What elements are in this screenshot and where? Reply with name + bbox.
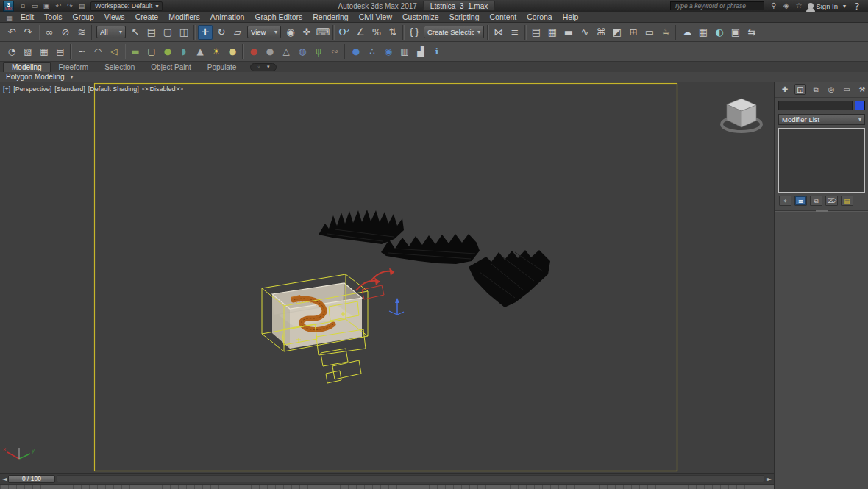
cone-primitive-icon[interactable]: ▲ [193, 44, 207, 59]
ribbon-minimize-icon[interactable]: ▾ [264, 63, 272, 71]
viewport-standard-menu[interactable]: [Standard] [54, 85, 85, 93]
tab-object-paint[interactable]: Object Paint [143, 62, 199, 72]
view-cube[interactable] [722, 99, 761, 132]
perspective-viewport[interactable]: x y [+][Perspective][Standard][Default S… [0, 82, 774, 473]
named-selection-sets-dropdown[interactable]: Create Selection Se▾ [424, 26, 484, 38]
time-slider-prev-icon[interactable]: ◄ [1, 476, 8, 482]
orbit-sphere-icon[interactable]: ◉ [381, 44, 396, 59]
open-file-icon[interactable]: ▭ [29, 1, 40, 11]
track-bar[interactable] [0, 484, 774, 489]
viewport-canvas[interactable]: x y [0, 82, 774, 473]
search-icon[interactable]: ⚲ [768, 1, 779, 11]
favorites-icon[interactable]: ☆ [793, 1, 804, 11]
save-file-icon[interactable]: ▣ [41, 1, 51, 11]
keyboard-shortcut-override-icon[interactable]: ⌨ [316, 25, 330, 40]
polygon-modeling-panel-toggle[interactable]: Polygon Modeling ▾ [6, 73, 74, 81]
render-in-cloud-icon[interactable]: ☁ [680, 25, 694, 40]
tab-populate[interactable]: Populate [199, 62, 244, 72]
percent-snap-icon[interactable]: % [369, 25, 384, 40]
search-input[interactable] [670, 1, 764, 10]
grab-viewport-icon[interactable]: ▣ [728, 25, 743, 40]
configure-modifier-sets-icon[interactable]: ▤ [841, 196, 853, 206]
menu-views[interactable]: Views [99, 13, 130, 21]
info-icon[interactable]: ℹ [430, 44, 444, 59]
statistics-icon[interactable]: ▟ [413, 44, 428, 59]
sign-in-button[interactable]: Sign In ▾ [808, 2, 846, 10]
undo-icon[interactable]: ↶ [4, 25, 19, 40]
time-slider[interactable]: 0 / 100 [8, 475, 55, 483]
toggle-layer-explorer-icon[interactable]: ▦ [545, 25, 560, 40]
undo-small-icon[interactable]: ↶ [53, 1, 63, 11]
select-and-scale-icon[interactable]: ▱ [230, 25, 245, 40]
move-gizmo[interactable] [389, 298, 404, 315]
selection-filter-dropdown[interactable]: All▾ [96, 26, 126, 38]
menu-scripting[interactable]: Scripting [444, 13, 485, 21]
create-tab[interactable]: ✚ [779, 84, 791, 95]
menu-modifiers[interactable]: Modifiers [163, 13, 205, 21]
material-sphere-red-icon[interactable]: ● [246, 44, 261, 59]
modifier-list-dropdown[interactable]: Modifier List ▾ [778, 114, 865, 125]
display-tab[interactable]: ▭ [841, 84, 853, 95]
modify-tab[interactable]: ◱ [794, 84, 806, 95]
edit-named-selection-sets-icon[interactable]: {} [407, 25, 421, 40]
bind-to-space-warp-icon[interactable]: ≋ [74, 25, 89, 40]
tab-modeling[interactable]: Modeling [3, 62, 51, 72]
utilities-tab[interactable]: ⚒ [856, 84, 868, 95]
unlink-selection-icon[interactable]: ⊘ [58, 25, 73, 40]
align-icon[interactable]: ≡ [508, 25, 522, 40]
tab-freeform[interactable]: Freeform [51, 62, 97, 72]
select-and-move-icon[interactable]: ✛ [198, 25, 213, 40]
menu-rendering[interactable]: Rendering [307, 13, 353, 21]
render-gallery-icon[interactable]: ▦ [696, 25, 711, 40]
extended-panel-icon[interactable]: ▥ [397, 44, 412, 59]
grass-mesh-object-1[interactable] [319, 210, 404, 244]
menu-create[interactable]: Create [130, 13, 164, 21]
pyramid-primitive-icon[interactable]: △ [279, 44, 294, 59]
named-sets-list-icon[interactable]: ▤ [53, 44, 68, 59]
time-slider-next-icon[interactable]: ► [766, 476, 773, 482]
communication-center-icon[interactable]: ◈ [780, 1, 791, 11]
menu-animation[interactable]: Animation [205, 13, 250, 21]
make-unique-icon[interactable]: ⧉ [810, 196, 822, 206]
sunlight-icon[interactable]: ☀ [209, 44, 224, 59]
compass-icon[interactable]: ◔ [4, 44, 19, 59]
lathe-icon[interactable]: ◠ [90, 44, 105, 59]
particle-flow-icon[interactable]: ∴ [365, 44, 380, 59]
material-editor-icon[interactable]: ◩ [610, 25, 625, 40]
tab-selection[interactable]: Selection [96, 62, 143, 72]
project-folder-icon[interactable]: ▤ [77, 1, 87, 11]
menu-edit[interactable]: Edit [15, 13, 39, 21]
menu-help[interactable]: Help [558, 13, 584, 21]
spline-draw-icon[interactable]: ∽ [74, 44, 89, 59]
ui-layout-icon[interactable]: ▦ [4, 15, 15, 24]
redo-small-icon[interactable]: ↷ [65, 1, 75, 11]
modifier-stack[interactable] [778, 128, 865, 193]
toggle-ribbon-icon[interactable]: ▬ [561, 25, 576, 40]
viewport-pov-menu[interactable]: [Perspective] [13, 85, 51, 93]
bitmap-fit-icon[interactable]: ▧ [21, 44, 35, 59]
window-crossing-toggle-icon[interactable]: ◫ [177, 25, 191, 40]
sphere-primitive-icon[interactable]: ● [160, 44, 175, 59]
render-production-icon[interactable]: ☕ [658, 25, 673, 40]
mirror-icon[interactable]: ⋈ [491, 25, 506, 40]
motion-tab[interactable]: ◎ [825, 84, 837, 95]
hose-icon[interactable]: ∾ [327, 44, 342, 59]
menu-corona[interactable]: Corona [522, 13, 557, 21]
grass-mesh-object-2[interactable] [381, 234, 480, 264]
box-primitive-icon[interactable]: ▢ [144, 44, 159, 59]
material-sphere-gray-icon[interactable]: ● [263, 44, 277, 59]
workspace-dropdown[interactable]: Workspace: Default ▾ [90, 1, 163, 11]
select-by-name-icon[interactable]: ▤ [144, 25, 159, 40]
viewport-shading-menu[interactable]: [Default Shading] [88, 85, 139, 93]
water-sphere-icon[interactable]: ● [349, 44, 363, 59]
select-object-icon[interactable]: ↖ [128, 25, 143, 40]
select-and-link-icon[interactable]: ∞ [42, 25, 57, 40]
menu-civil-view[interactable]: Civil View [354, 13, 397, 21]
spinner-snap-icon[interactable]: ⇅ [385, 25, 400, 40]
render-setup-icon[interactable]: ⊞ [626, 25, 641, 40]
menu-tools[interactable]: Tools [39, 13, 68, 21]
sound-track-icon[interactable]: ◁ [107, 44, 121, 59]
remove-modifier-icon[interactable]: ⌦ [825, 196, 838, 206]
plane-primitive-icon[interactable]: ▬ [128, 44, 143, 59]
menu-content[interactable]: Content [484, 13, 522, 21]
